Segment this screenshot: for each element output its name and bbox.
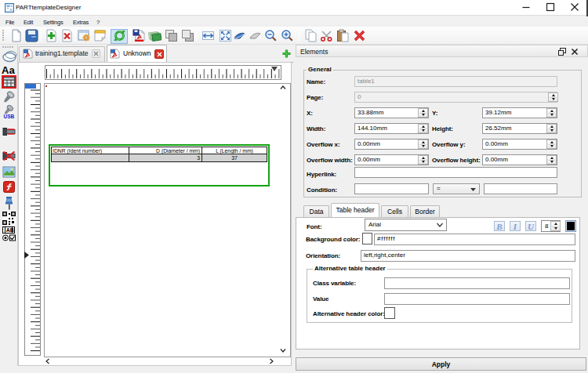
svg-text:USB: USB xyxy=(4,114,15,119)
svg-text:AB: AB xyxy=(6,227,14,233)
